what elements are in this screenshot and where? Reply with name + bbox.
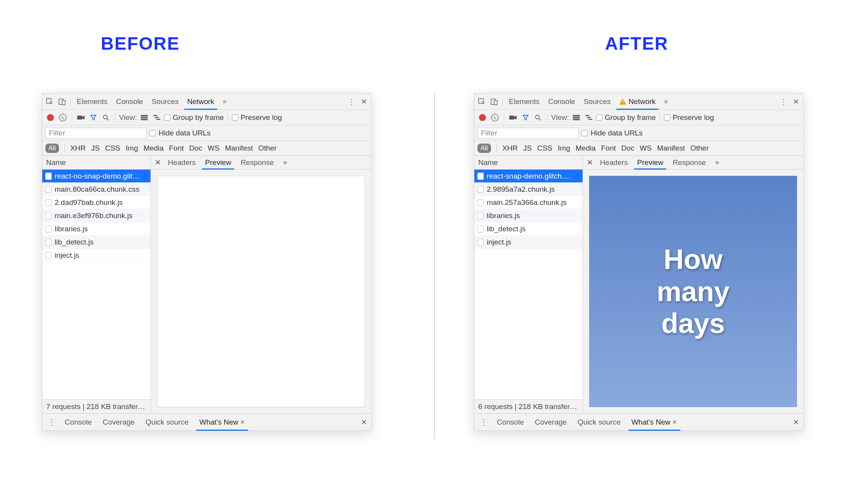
preserve-log-checkbox[interactable] xyxy=(664,114,670,121)
request-row[interactable]: 2.dad97bab.chunk.js xyxy=(42,196,150,209)
filter-other[interactable]: Other xyxy=(258,144,277,153)
more-tabs-icon[interactable]: » xyxy=(219,96,230,108)
request-row[interactable]: react-snap-demo.glitch.… xyxy=(474,170,583,183)
hide-data-urls-checkbox[interactable] xyxy=(581,130,588,136)
request-row[interactable]: lib_detect.js xyxy=(42,236,150,249)
clear-icon[interactable] xyxy=(58,113,68,123)
request-row[interactable]: inject.js xyxy=(474,236,583,249)
request-row[interactable]: react-no-snap-demo.glit… xyxy=(42,170,150,183)
camera-icon[interactable] xyxy=(508,113,518,123)
filter-css[interactable]: CSS xyxy=(105,144,120,153)
filter-css[interactable]: CSS xyxy=(537,144,552,153)
large-rows-icon[interactable] xyxy=(139,113,149,123)
close-drawer-icon[interactable]: ✕ xyxy=(358,416,370,428)
filter-media[interactable]: Media xyxy=(576,144,596,153)
detail-tab-preview[interactable]: Preview xyxy=(633,156,668,170)
large-rows-icon[interactable] xyxy=(571,113,581,123)
drawer-tab-quick-source[interactable]: Quick source xyxy=(140,414,194,431)
drawer-menu-icon[interactable]: ⋮ xyxy=(480,418,488,427)
tab-elements[interactable]: Elements xyxy=(73,94,111,110)
detail-more-icon[interactable]: » xyxy=(278,156,292,170)
filter-img[interactable]: Img xyxy=(126,144,138,153)
request-row[interactable]: main.e3ef976b.chunk.js xyxy=(42,209,150,222)
device-toggle-icon[interactable] xyxy=(488,96,500,108)
record-icon[interactable] xyxy=(45,113,55,123)
waterfall-icon[interactable] xyxy=(584,113,594,123)
tab-console[interactable]: Console xyxy=(544,94,579,110)
filter-all[interactable]: All xyxy=(45,144,59,153)
camera-icon[interactable] xyxy=(76,113,86,123)
group-by-frame-checkbox[interactable] xyxy=(164,114,170,121)
drawer-tab-console[interactable]: Console xyxy=(59,414,97,431)
record-icon[interactable] xyxy=(477,113,488,123)
detail-tab-headers[interactable]: Headers xyxy=(163,156,201,170)
filter-xhr[interactable]: XHR xyxy=(502,144,518,153)
drawer-menu-icon[interactable]: ⋮ xyxy=(48,418,55,427)
request-row[interactable]: libraries.js xyxy=(42,222,150,236)
drawer-tab-coverage[interactable]: Coverage xyxy=(529,414,572,431)
filter-media[interactable]: Media xyxy=(144,144,164,153)
close-detail-icon[interactable]: ✕ xyxy=(152,158,163,167)
filter-js[interactable]: JS xyxy=(91,144,100,153)
close-drawer-icon[interactable]: ✕ xyxy=(790,416,802,428)
waterfall-icon[interactable] xyxy=(152,113,162,123)
drawer-tab-whats-new[interactable]: What's New✕ xyxy=(626,414,683,431)
filter-input[interactable]: Filter xyxy=(477,128,578,139)
close-tab-icon[interactable]: ✕ xyxy=(240,419,245,426)
filter-font[interactable]: Font xyxy=(169,144,184,153)
more-tabs-icon[interactable]: » xyxy=(660,96,672,108)
tab-network[interactable]: Network xyxy=(616,94,660,110)
filter-ws[interactable]: WS xyxy=(640,144,652,153)
detail-tab-preview[interactable]: Preview xyxy=(201,156,236,170)
search-icon[interactable] xyxy=(101,113,111,123)
close-devtools-icon[interactable]: ✕ xyxy=(358,96,370,108)
filter-other[interactable]: Other xyxy=(690,144,709,153)
drawer-tab-quick-source[interactable]: Quick source xyxy=(572,414,626,431)
filter-xhr[interactable]: XHR xyxy=(70,144,86,153)
preserve-log-checkbox[interactable] xyxy=(232,114,238,121)
group-by-frame-checkbox[interactable] xyxy=(596,114,602,121)
filter-all[interactable]: All xyxy=(477,144,491,153)
request-row[interactable]: 2.9895a7a2.chunk.js xyxy=(474,183,583,196)
detail-tab-response[interactable]: Response xyxy=(236,156,278,170)
filter-img[interactable]: Img xyxy=(558,144,570,153)
tab-network[interactable]: Network xyxy=(183,94,218,110)
detail-more-icon[interactable]: » xyxy=(711,156,724,170)
filter-manifest[interactable]: Manifest xyxy=(657,144,685,153)
request-row[interactable]: lib_detect.js xyxy=(474,222,583,236)
close-devtools-icon[interactable]: ✕ xyxy=(790,96,802,108)
filter-font[interactable]: Font xyxy=(601,144,616,153)
drawer-tab-coverage[interactable]: Coverage xyxy=(97,414,140,431)
tab-console[interactable]: Console xyxy=(112,94,147,110)
tab-sources[interactable]: Sources xyxy=(580,94,615,110)
device-toggle-icon[interactable] xyxy=(56,96,68,108)
filter-icon[interactable] xyxy=(88,113,99,123)
filter-manifest[interactable]: Manifest xyxy=(225,144,253,153)
hide-data-urls-checkbox[interactable] xyxy=(149,130,156,136)
list-header-name[interactable]: Name xyxy=(42,156,150,170)
settings-menu-icon[interactable]: ⋮ xyxy=(346,96,357,108)
filter-js[interactable]: JS xyxy=(523,144,532,153)
request-row[interactable]: main.257a366a.chunk.js xyxy=(474,196,583,209)
list-header-name[interactable]: Name xyxy=(474,156,583,170)
tab-elements[interactable]: Elements xyxy=(505,94,543,110)
drawer-tab-whats-new[interactable]: What's New✕ xyxy=(194,414,251,431)
clear-icon[interactable] xyxy=(490,113,500,123)
detail-tab-headers[interactable]: Headers xyxy=(595,156,633,170)
request-row[interactable]: main.80ca66ca.chunk.css xyxy=(42,183,150,196)
search-icon[interactable] xyxy=(533,113,543,123)
inspect-icon[interactable] xyxy=(44,96,55,108)
close-detail-icon[interactable]: ✕ xyxy=(584,158,595,167)
close-tab-icon[interactable]: ✕ xyxy=(672,419,677,426)
detail-tab-response[interactable]: Response xyxy=(668,156,711,170)
drawer-tab-console[interactable]: Console xyxy=(491,414,529,431)
request-row[interactable]: inject.js xyxy=(42,249,150,262)
request-row[interactable]: libraries.js xyxy=(474,209,583,222)
inspect-icon[interactable] xyxy=(476,96,488,108)
settings-menu-icon[interactable]: ⋮ xyxy=(778,96,789,108)
filter-doc[interactable]: Doc xyxy=(189,144,202,153)
filter-input[interactable]: Filter xyxy=(45,128,146,139)
filter-doc[interactable]: Doc xyxy=(621,144,635,153)
filter-ws[interactable]: WS xyxy=(208,144,220,153)
tab-sources[interactable]: Sources xyxy=(148,94,183,110)
